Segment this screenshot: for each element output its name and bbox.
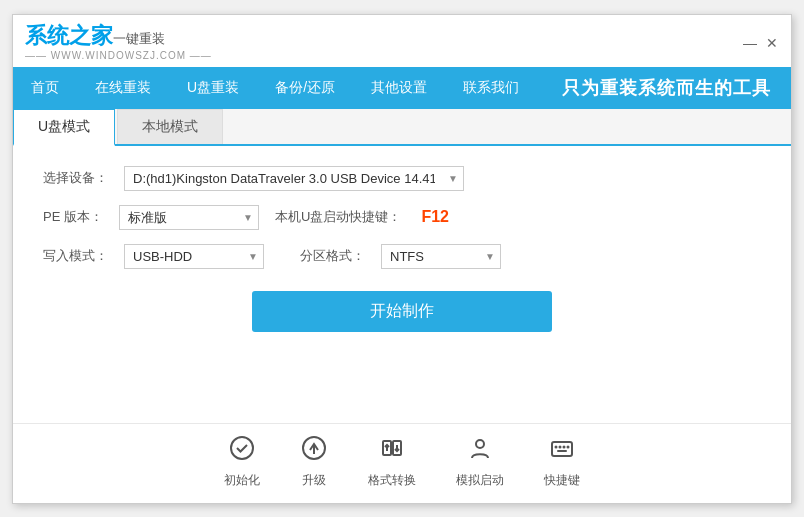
device-row: 选择设备： D:(hd1)Kingston DataTraveler 3.0 U… (43, 166, 761, 191)
app-website: —— WWW.WINDOWSZJ.COM —— (25, 50, 212, 61)
nav-home[interactable]: 首页 (13, 67, 77, 109)
toolbar-initialize[interactable]: 初始化 (224, 434, 260, 489)
close-button[interactable]: ✕ (765, 36, 779, 50)
partition-select-wrapper: NTFS ▼ (381, 244, 501, 269)
device-select[interactable]: D:(hd1)Kingston DataTraveler 3.0 USB Dev… (124, 166, 464, 191)
toolbar-shortcut-keys-label: 快捷键 (544, 472, 580, 489)
write-select[interactable]: USB-HDD (124, 244, 264, 269)
main-window: 系统之家一键重装 —— WWW.WINDOWSZJ.COM —— — ✕ 首页 … (12, 14, 792, 504)
toolbar-format-convert[interactable]: 格式转换 (368, 434, 416, 489)
tab-bar: U盘模式 本地模式 (13, 109, 791, 146)
write-label: 写入模式： (43, 247, 108, 265)
tab-usb-mode[interactable]: U盘模式 (13, 109, 115, 146)
toolbar-format-convert-label: 格式转换 (368, 472, 416, 489)
start-button[interactable]: 开始制作 (252, 291, 552, 332)
title-bar: 系统之家一键重装 —— WWW.WINDOWSZJ.COM —— — ✕ (13, 15, 791, 67)
nav-slogan: 只为重装系统而生的工具 (562, 76, 791, 100)
simulate-boot-icon (466, 434, 494, 468)
pe-label: PE 版本： (43, 208, 103, 226)
upgrade-icon (300, 434, 328, 468)
pe-select[interactable]: 标准版 (119, 205, 259, 230)
shortcut-label: 本机U盘启动快捷键： (275, 208, 401, 226)
app-subtitle: 一键重装 (113, 31, 165, 46)
device-label: 选择设备： (43, 169, 108, 187)
initialize-icon (228, 434, 256, 468)
toolbar-simulate-boot[interactable]: 模拟启动 (456, 434, 504, 489)
svg-point-0 (231, 437, 253, 459)
tab-local-mode[interactable]: 本地模式 (117, 109, 223, 144)
app-title: 系统之家一键重装 (25, 24, 212, 48)
toolbar-upgrade[interactable]: 升级 (300, 434, 328, 489)
start-button-container: 开始制作 (43, 287, 761, 336)
window-controls: — ✕ (743, 36, 779, 50)
pe-select-wrapper: 标准版 ▼ (119, 205, 259, 230)
partition-select[interactable]: NTFS (381, 244, 501, 269)
nav-backup-restore[interactable]: 备份/还原 (257, 67, 353, 109)
nav-online-reinstall[interactable]: 在线重装 (77, 67, 169, 109)
toolbar-simulate-boot-label: 模拟启动 (456, 472, 504, 489)
content-area: 选择设备： D:(hd1)Kingston DataTraveler 3.0 U… (13, 146, 791, 423)
nav-contact[interactable]: 联系我们 (445, 67, 537, 109)
device-select-wrapper: D:(hd1)Kingston DataTraveler 3.0 USB Dev… (124, 166, 464, 191)
format-convert-icon (378, 434, 406, 468)
toolbar-upgrade-label: 升级 (302, 472, 326, 489)
toolbar-initialize-label: 初始化 (224, 472, 260, 489)
shortcut-key-value: F12 (421, 208, 449, 226)
svg-rect-8 (552, 442, 572, 456)
minimize-button[interactable]: — (743, 36, 757, 50)
write-row: 写入模式： USB-HDD ▼ 分区格式： NTFS ▼ (43, 244, 761, 269)
nav-bar: 首页 在线重装 U盘重装 备份/还原 其他设置 联系我们 只为重装系统而生的工具 (13, 67, 791, 109)
svg-point-7 (476, 440, 484, 448)
toolbar-shortcut-keys[interactable]: 快捷键 (544, 434, 580, 489)
bottom-toolbar: 初始化 升级 (13, 423, 791, 503)
nav-other-settings[interactable]: 其他设置 (353, 67, 445, 109)
write-select-wrapper: USB-HDD ▼ (124, 244, 264, 269)
nav-usb-reinstall[interactable]: U盘重装 (169, 67, 257, 109)
app-logo: 系统之家一键重装 —— WWW.WINDOWSZJ.COM —— (25, 24, 212, 61)
pe-row: PE 版本： 标准版 ▼ 本机U盘启动快捷键： F12 (43, 205, 761, 230)
partition-label: 分区格式： (300, 247, 365, 265)
shortcut-keys-icon (548, 434, 576, 468)
